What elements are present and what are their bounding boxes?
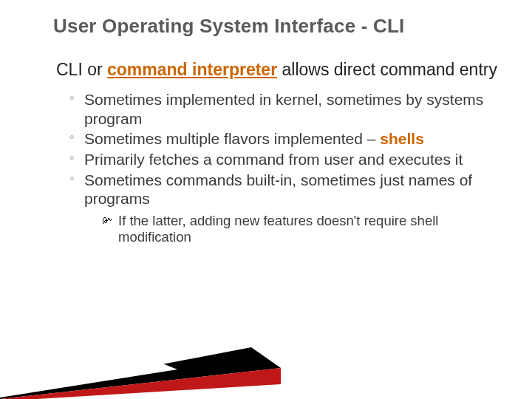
list-item: Primarily fetches a command from user an… [69,150,502,169]
list-item: Sometimes multiple flavors implemented –… [69,129,502,149]
slide-body: User Operating System Interface - CLI CL… [0,0,532,246]
svg-marker-1 [0,368,281,399]
lead-paragraph: CLI or command interpreter allows direct… [53,60,502,80]
svg-marker-2 [0,361,177,398]
subnote: ൞ If the latter, adding new features doe… [102,213,502,246]
subnote-text: If the latter, adding new features doesn… [118,213,438,245]
lead-strong: command interpreter [107,60,277,79]
bullet-list: Sometimes implemented in kernel, sometim… [69,90,502,208]
bullet-text: Primarily fetches a command from user an… [84,151,463,168]
bullet-text: Sometimes multiple flavors implemented – [84,130,380,147]
list-item: Sometimes commands built-in, sometimes j… [69,171,502,208]
svg-marker-0 [0,347,281,399]
slide-title: User Operating System Interface - CLI [53,15,502,38]
bullet-strong: shells [380,130,424,147]
link-icon: ൞ [102,214,114,228]
list-item: Sometimes implemented in kernel, sometim… [69,90,502,128]
lead-post: allows direct command entry [277,60,497,79]
lead-pre: CLI or [56,60,107,79]
bullet-text: Sometimes commands built-in, sometimes j… [84,171,472,208]
decorative-wedges [0,340,281,399]
bullet-text: Sometimes implemented in kernel, sometim… [84,91,483,127]
